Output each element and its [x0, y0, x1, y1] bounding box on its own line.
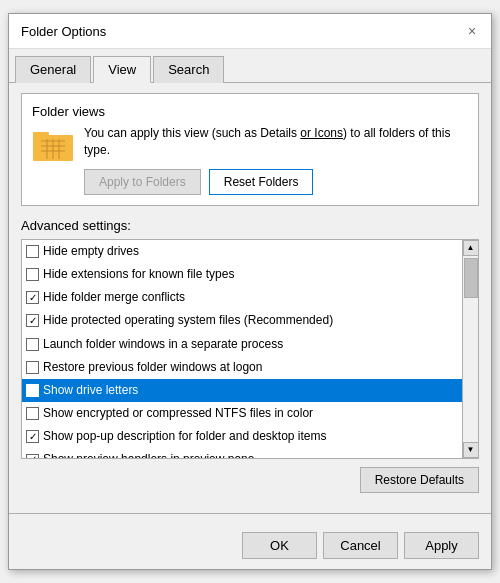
advanced-settings-list-container: Hide empty drivesHide extensions for kno…	[21, 239, 479, 459]
apply-button[interactable]: Apply	[404, 532, 479, 559]
list-item[interactable]: Hide extensions for known file types	[22, 263, 462, 286]
folder-views-description: You can apply this view (such as Details…	[84, 125, 468, 195]
list-item-label: Show drive letters	[43, 381, 138, 400]
tabs-bar: General View Search	[9, 49, 491, 83]
list-item-label: Hide extensions for known file types	[43, 265, 234, 284]
tab-content: Folder views	[9, 83, 491, 503]
list-item[interactable]: Show drive letters	[22, 379, 462, 402]
folder-views-body: You can apply this view (such as Details…	[32, 125, 468, 195]
list-item-label: Hide empty drives	[43, 242, 139, 261]
checkbox[interactable]	[26, 361, 39, 374]
apply-to-folders-button[interactable]: Apply to Folders	[84, 169, 201, 195]
list-item-label: Show preview handlers in preview pane	[43, 450, 254, 457]
bottom-divider	[9, 513, 491, 514]
tab-general[interactable]: General	[15, 56, 91, 83]
list-item-label: Show pop-up description for folder and d…	[43, 427, 327, 446]
close-button[interactable]: ×	[463, 22, 481, 40]
dialog-title: Folder Options	[21, 24, 106, 39]
folder-views-title: Folder views	[32, 104, 468, 119]
list-item-label: Restore previous folder windows at logon	[43, 358, 262, 377]
list-item-label: Launch folder windows in a separate proc…	[43, 335, 283, 354]
checkbox[interactable]	[26, 291, 39, 304]
list-item-label: Show encrypted or compressed NTFS files …	[43, 404, 313, 423]
list-item[interactable]: Show pop-up description for folder and d…	[22, 425, 462, 448]
reset-folders-button[interactable]: Reset Folders	[209, 169, 314, 195]
checkbox[interactable]	[26, 454, 39, 458]
folder-options-dialog: Folder Options × General View Search Fol…	[8, 13, 492, 570]
advanced-settings-label: Advanced settings:	[21, 218, 479, 233]
checkbox[interactable]	[26, 430, 39, 443]
restore-defaults-row: Restore Defaults	[21, 467, 479, 493]
list-item-label: Hide protected operating system files (R…	[43, 311, 333, 330]
ok-button[interactable]: OK	[242, 532, 317, 559]
list-item[interactable]: Restore previous folder windows at logon	[22, 356, 462, 379]
checkbox[interactable]	[26, 268, 39, 281]
cancel-button[interactable]: Cancel	[323, 532, 398, 559]
list-item[interactable]: Hide folder merge conflicts	[22, 286, 462, 309]
folder-views-buttons: Apply to Folders Reset Folders	[84, 169, 468, 195]
bottom-buttons: OK Cancel Apply	[9, 524, 491, 569]
scroll-down-arrow[interactable]: ▼	[463, 442, 479, 458]
checkbox[interactable]	[26, 245, 39, 258]
list-item[interactable]: Launch folder windows in a separate proc…	[22, 333, 462, 356]
advanced-settings-list[interactable]: Hide empty drivesHide extensions for kno…	[22, 240, 462, 458]
checkbox[interactable]	[26, 338, 39, 351]
restore-defaults-button[interactable]: Restore Defaults	[360, 467, 479, 493]
tab-view[interactable]: View	[93, 56, 151, 83]
tab-search[interactable]: Search	[153, 56, 224, 83]
folder-icon	[32, 125, 74, 163]
folder-views-section: Folder views	[21, 93, 479, 206]
list-item[interactable]: Hide protected operating system files (R…	[22, 309, 462, 332]
scrollbar[interactable]: ▲ ▼	[462, 240, 478, 458]
checkbox[interactable]	[26, 384, 39, 397]
scroll-up-arrow[interactable]: ▲	[463, 240, 479, 256]
scroll-thumb[interactable]	[464, 258, 478, 298]
list-item[interactable]: Show encrypted or compressed NTFS files …	[22, 402, 462, 425]
svg-rect-1	[33, 132, 49, 137]
list-item[interactable]: Show preview handlers in preview pane	[22, 448, 462, 457]
list-item[interactable]: Hide empty drives	[22, 240, 462, 263]
checkbox[interactable]	[26, 407, 39, 420]
checkbox[interactable]	[26, 314, 39, 327]
list-item-label: Hide folder merge conflicts	[43, 288, 185, 307]
title-bar: Folder Options ×	[9, 14, 491, 49]
